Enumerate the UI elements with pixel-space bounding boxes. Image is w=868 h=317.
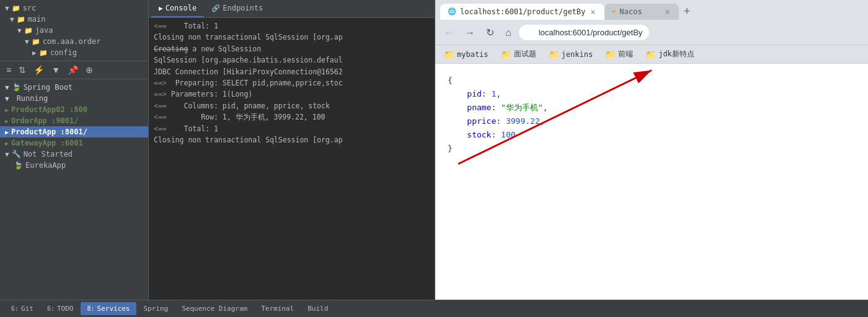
add-btn[interactable]: ⊕: [83, 64, 95, 76]
bottom-tab-spring[interactable]: Spring: [138, 302, 175, 315]
back-button[interactable]: ←: [440, 25, 458, 41]
folder-icon: 📁: [39, 49, 48, 57]
expand-icon: ▼: [5, 4, 9, 12]
group-btn[interactable]: ⚡: [31, 64, 46, 76]
service-label: EurekaApp: [25, 161, 66, 170]
group-label: Spring Boot: [24, 83, 73, 92]
service-gatewayapp[interactable]: ▶ GatewayApp :6001: [0, 137, 148, 149]
tree-item-config[interactable]: ▶ 📁 config: [0, 47, 148, 58]
folder-icon: 📁: [24, 27, 33, 35]
main-area: ▼ 📁 src ▼ 📁 main ▼ 📁 java ▼ 📁 com.aaa.or…: [0, 0, 868, 300]
folder-icon: 📁: [605, 50, 616, 59]
run-icon: ▶: [5, 106, 9, 113]
service-productapp02[interactable]: ▶ ProductApp02 :800: [0, 104, 148, 115]
bookmark-mybatis[interactable]: 📁 mybatis: [440, 48, 492, 61]
json-val-pid: 1: [491, 89, 496, 98]
console-line: Closing non transactional SqlSession [or…: [154, 32, 430, 43]
json-val-pprice: 3999.22: [506, 116, 540, 126]
run-icon: ▶: [5, 140, 9, 147]
json-val-stock: 100: [501, 130, 515, 139]
address-input[interactable]: [519, 25, 649, 40]
tree-label: src: [23, 4, 37, 12]
new-tab-button[interactable]: +: [679, 2, 696, 20]
console-icon: ▶: [159, 4, 163, 12]
tab-console[interactable]: ▶ Console: [151, 0, 204, 17]
spring-icon: 🍃: [14, 161, 23, 170]
filter-btn[interactable]: ▼: [49, 64, 63, 76]
browser-content: { pid: 1, pname: "华为手机", pprice: 3999.22…: [435, 64, 868, 300]
bottom-bar: 6: Git 6: TODO 8: Services Spring Sequen…: [0, 300, 868, 317]
json-val-pname: "华为手机": [501, 103, 543, 112]
service-productapp[interactable]: ▶ ProductApp :8001/: [0, 126, 148, 137]
console-line: SqlSession [org.apache.ibatis.session.de…: [154, 54, 430, 66]
bookmarks-bar: 📁 mybatis 📁 面试题 📁 jenkins 📁 前端 📁: [435, 45, 868, 63]
expand-icon: ▼: [5, 84, 9, 92]
json-key-pprice: pprice: [467, 116, 496, 126]
folder-icon: 📁: [645, 50, 656, 59]
tree-item-src[interactable]: ▼ 📁 src: [0, 2, 148, 14]
tab-endpoints[interactable]: 🔗 Endpoints: [204, 0, 270, 17]
service-group-running[interactable]: ▼ Running: [0, 93, 148, 104]
address-wrapper: ℹ: [519, 25, 863, 40]
not-started-label: Not Started: [24, 150, 73, 158]
service-group-springboot[interactable]: ▼ 🍃 Spring Boot: [0, 82, 148, 93]
bookmark-label: mybatis: [457, 50, 489, 59]
forward-button[interactable]: →: [461, 25, 479, 41]
folder-icon: 📁: [12, 4, 20, 12]
tab-label: TODO: [57, 305, 74, 313]
sort2-btn[interactable]: ⇅: [16, 64, 29, 76]
pin-btn[interactable]: 📌: [65, 64, 81, 76]
endpoints-icon: 🔗: [211, 4, 220, 12]
tree-item-java[interactable]: ▼ 📁 java: [0, 25, 148, 36]
bottom-tab-terminal[interactable]: Terminal: [255, 302, 300, 315]
bookmark-jenkins[interactable]: 📁 jenkins: [545, 48, 597, 61]
bookmark-label: jdk新特点: [658, 49, 694, 59]
home-button[interactable]: ⌂: [502, 25, 515, 41]
folder-icon: 📁: [444, 50, 454, 59]
browser-tab-nacos[interactable]: ↩ Nacos ×: [604, 4, 679, 20]
service-group-notstarted[interactable]: ▼ 🔧 Not Started: [0, 149, 148, 160]
refresh-button[interactable]: ↻: [482, 24, 498, 41]
console-line: JDBC Connection [HikariProxyConnection@1…: [154, 66, 430, 77]
service-orderapp[interactable]: ▶ OrderApp :9001/: [0, 115, 148, 126]
bookmark-frontend[interactable]: 📁 前端: [601, 48, 637, 61]
browser-tab-active[interactable]: 🌐 localhost:6001/product/getBy ×: [440, 4, 604, 20]
console-line: <== Total: 1: [154, 123, 430, 134]
bookmark-interview[interactable]: 📁 面试题: [497, 48, 540, 61]
bottom-tab-build[interactable]: Build: [301, 302, 334, 315]
tree-item-main[interactable]: ▼ 📁 main: [0, 14, 148, 25]
bookmark-jdk[interactable]: 📁 jdk新特点: [642, 48, 698, 61]
services-toolbar: ≡ ⇅ ⚡ ▼ 📌 ⊕: [0, 61, 148, 79]
expand-icon: ▼: [5, 150, 9, 158]
bottom-tab-sequence[interactable]: Sequence Diagram: [175, 302, 254, 315]
service-eurekaapp[interactable]: 🍃 EurekaApp: [0, 160, 148, 171]
json-key-stock: stock: [467, 130, 491, 139]
console-tabs: ▶ Console 🔗 Endpoints: [149, 0, 435, 18]
service-label: ProductApp :8001/: [11, 128, 87, 136]
bookmark-label: jenkins: [562, 50, 593, 59]
tab-close-btn[interactable]: ×: [589, 7, 596, 17]
console-line: ==> Preparing: SELECT pid,pname,pprice,s…: [154, 77, 430, 89]
tab-label: Nacos: [619, 7, 642, 16]
tab-close-btn[interactable]: ×: [663, 7, 671, 17]
console-line: Closing non transactional SqlSession [or…: [154, 134, 430, 145]
console-line: <== Columns: pid, pname, pprice, stock: [154, 100, 430, 111]
browser-tabs: 🌐 localhost:6001/product/getBy × ↩ Nacos…: [435, 0, 868, 20]
bottom-tab-git[interactable]: 6: Git: [5, 302, 40, 315]
tab-label: Spring: [144, 305, 169, 313]
tab-label: Git: [21, 305, 33, 313]
sort-btn[interactable]: ≡: [4, 64, 14, 76]
json-output: { pid: 1, pname: "华为手机", pprice: 3999.22…: [448, 74, 856, 156]
left-panel: ▼ 📁 src ▼ 📁 main ▼ 📁 java ▼ 📁 com.aaa.or…: [0, 0, 149, 300]
tree-label: main: [28, 15, 46, 24]
console-line: Creating a new SqlSession: [154, 43, 430, 54]
expand-icon: ▼: [17, 27, 22, 35]
expand-icon: ▼: [5, 95, 9, 103]
folder-icon: 📁: [549, 50, 559, 59]
tree-item-comaaa[interactable]: ▼ 📁 com.aaa.order: [0, 36, 148, 47]
tab-label: Services: [97, 305, 130, 313]
console-line: <== Row: 1, 华为手机, 3999.22, 100: [154, 111, 430, 123]
bottom-tab-services[interactable]: 8: Services: [81, 302, 136, 315]
service-label: OrderApp :9001/: [11, 116, 78, 125]
bottom-tab-todo[interactable]: 6: TODO: [41, 302, 80, 315]
